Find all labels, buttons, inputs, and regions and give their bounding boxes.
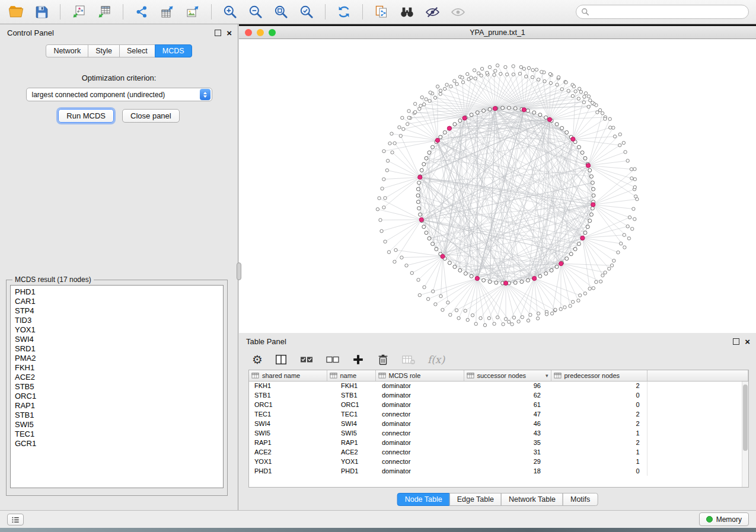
- plus-icon: [352, 353, 365, 366]
- show-columns-button[interactable]: [275, 353, 288, 366]
- deselect-all-button[interactable]: [326, 352, 340, 367]
- mcds-result-item[interactable]: GCR1: [15, 439, 223, 448]
- table-cell: TEC1: [327, 409, 375, 419]
- table-row[interactable]: YOX1YOX1connector291: [249, 457, 748, 466]
- mcds-result-item[interactable]: STB5: [15, 382, 223, 392]
- mcds-result-item[interactable]: SWI4: [15, 335, 223, 344]
- table-mini-icon: [378, 372, 386, 379]
- tab-network[interactable]: Network: [46, 44, 88, 57]
- column-header-name[interactable]: name: [327, 370, 375, 381]
- table-tabs: Node Table Edge Table Network Table Moti…: [397, 493, 598, 506]
- eye-icon: [451, 5, 465, 20]
- zoom-in-icon: [222, 4, 238, 20]
- mcds-result-item[interactable]: STB1: [15, 411, 223, 420]
- memory-button[interactable]: Memory: [699, 512, 749, 526]
- export-network-button[interactable]: [133, 3, 151, 21]
- table-scrollbar[interactable]: [742, 382, 748, 487]
- save-session-button[interactable]: [33, 3, 50, 21]
- column-header-successor-nodes[interactable]: successor nodes ▾: [464, 370, 551, 381]
- zoom-fit-button[interactable]: [272, 3, 290, 21]
- refresh-button[interactable]: [335, 3, 353, 21]
- table-row[interactable]: SWI4SWI4dominator462: [249, 419, 748, 428]
- import-network-button[interactable]: [70, 3, 88, 21]
- export-table-icon: [160, 5, 174, 19]
- network-graph[interactable]: [239, 39, 756, 333]
- table-cell: connector: [375, 457, 464, 466]
- table-cell: YOX1: [249, 457, 327, 466]
- window-minimize-button[interactable]: [257, 29, 264, 36]
- panel-splitter-handle[interactable]: [237, 262, 241, 280]
- close-panel-action-button[interactable]: Close panel: [122, 109, 180, 123]
- mcds-result-item[interactable]: CAR1: [15, 297, 223, 306]
- column-header-mcds-role[interactable]: MCDS role: [375, 370, 464, 381]
- column-header-predecessor-nodes[interactable]: predecessor nodes: [551, 370, 647, 381]
- mcds-result-item[interactable]: YOX1: [15, 325, 223, 335]
- tab-motifs[interactable]: Motifs: [563, 493, 598, 506]
- tab-select[interactable]: Select: [119, 44, 155, 57]
- clone-network-button[interactable]: [372, 3, 390, 21]
- close-panel-button[interactable]: ×: [227, 30, 232, 36]
- mcds-result-item[interactable]: STP4: [15, 306, 223, 316]
- delete-column-button[interactable]: [377, 353, 390, 366]
- window-maximize-button[interactable]: [269, 29, 276, 36]
- zoom-out-button[interactable]: [247, 3, 264, 21]
- mcds-result-item[interactable]: RAP1: [15, 401, 223, 411]
- task-history-button[interactable]: [7, 514, 24, 525]
- table-cell: RAP1: [249, 438, 327, 447]
- table-cell: YOX1: [327, 457, 375, 466]
- tab-edge-table[interactable]: Edge Table: [449, 493, 502, 506]
- criterion-dropdown[interactable]: largest connected component (undirected): [26, 88, 212, 101]
- mcds-result-item[interactable]: SRD1: [15, 344, 223, 354]
- network-canvas[interactable]: [239, 39, 756, 333]
- export-table-button[interactable]: [158, 3, 176, 21]
- function-builder-button: f(x): [428, 354, 445, 366]
- find-button[interactable]: [398, 3, 416, 21]
- table-row[interactable]: SWI5SWI5connector431: [249, 428, 748, 438]
- table-row[interactable]: PHD1PHD1dominator180: [249, 466, 748, 476]
- tab-style[interactable]: Style: [88, 44, 120, 57]
- tab-node-table[interactable]: Node Table: [397, 493, 450, 506]
- mcds-result-item[interactable]: ORC1: [15, 392, 223, 401]
- column-header-shared-name[interactable]: shared name: [249, 370, 327, 381]
- table-row[interactable]: STB1STB1dominator620: [249, 390, 748, 400]
- dropdown-stepper-icon: [200, 89, 210, 100]
- tab-mcds[interactable]: MCDS: [155, 44, 192, 57]
- clone-network-icon: [374, 5, 388, 19]
- table-options-button[interactable]: ⚙: [252, 354, 263, 366]
- table-row[interactable]: TEC1TEC1connector472: [249, 409, 748, 419]
- mcds-result-item[interactable]: TEC1: [15, 430, 223, 439]
- mcds-result-item[interactable]: PHD1: [15, 287, 223, 297]
- table-cell: 47: [464, 409, 551, 419]
- close-table-panel-button[interactable]: ×: [745, 338, 750, 345]
- search-input[interactable]: [576, 5, 749, 19]
- open-folder-icon: [8, 4, 24, 20]
- select-all-button[interactable]: [299, 352, 314, 367]
- mcds-result-item[interactable]: ACE2: [15, 373, 223, 382]
- mcds-result-item[interactable]: PMA2: [15, 354, 223, 363]
- mcds-result-list[interactable]: PHD1CAR1STP4TID3YOX1SWI4SRD1PMA2FKH1ACE2…: [10, 285, 224, 488]
- window-close-button[interactable]: [245, 29, 252, 36]
- table-cell: 29: [464, 457, 551, 466]
- table-row[interactable]: FKH1FKH1dominator962: [249, 381, 748, 390]
- table-cell: 18: [464, 466, 551, 476]
- float-panel-button[interactable]: [215, 30, 221, 36]
- table-row[interactable]: ORC1ORC1dominator610: [249, 400, 748, 409]
- mcds-result-item[interactable]: TID3: [15, 316, 223, 325]
- import-table-button[interactable]: [95, 3, 113, 21]
- table-scrollbar-thumb[interactable]: [743, 384, 748, 451]
- sort-chevron-icon: ▾: [546, 373, 548, 379]
- hide-selected-button[interactable]: [423, 3, 441, 21]
- zoom-selected-button[interactable]: [298, 3, 315, 21]
- open-session-button[interactable]: [7, 3, 25, 21]
- run-mcds-button[interactable]: Run MCDS: [58, 109, 114, 123]
- table-row[interactable]: RAP1RAP1dominator352: [249, 438, 748, 447]
- mcds-result-item[interactable]: FKH1: [15, 363, 223, 373]
- float-table-panel-button[interactable]: [733, 338, 739, 345]
- zoom-in-button[interactable]: [221, 3, 239, 21]
- export-image-icon: [186, 5, 200, 19]
- export-image-button[interactable]: [184, 3, 202, 21]
- tab-network-table[interactable]: Network Table: [501, 493, 563, 506]
- table-row[interactable]: ACE2ACE2connector311: [249, 447, 748, 457]
- mcds-result-item[interactable]: SWI5: [15, 420, 223, 430]
- add-column-button[interactable]: [352, 353, 365, 366]
